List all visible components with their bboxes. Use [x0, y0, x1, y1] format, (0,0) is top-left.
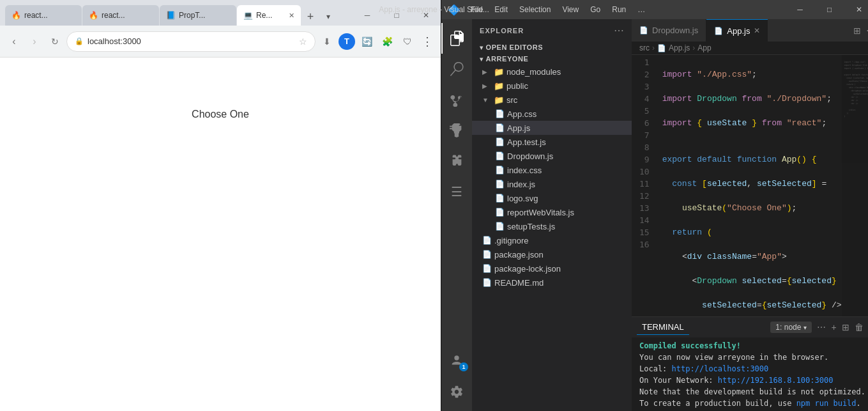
menu-go[interactable]: Go: [585, 4, 605, 15]
terminal-selector-label: 1: node: [775, 323, 801, 332]
activity-source-control[interactable]: [441, 84, 472, 115]
extension-icon[interactable]: 🧩: [378, 33, 396, 50]
reload-btn[interactable]: ↻: [46, 33, 64, 50]
terminal-selector[interactable]: 1: node ▾: [770, 322, 812, 333]
activity-explorer[interactable]: [441, 23, 472, 54]
account-badge: 1: [459, 362, 468, 371]
puzzle-icon[interactable]: 🛡: [399, 33, 416, 50]
tree-item-setup[interactable]: 📄 setupTests.js: [472, 219, 632, 233]
activity-panel[interactable]: ☰: [441, 176, 472, 207]
tree-item-report[interactable]: 📄 reportWebVitals.js: [472, 205, 632, 219]
activity-run-debug[interactable]: [441, 115, 472, 146]
sidebar-header: EXPLORER ⋯: [472, 19, 632, 42]
terminal-trash-btn[interactable]: 🗑: [855, 322, 864, 332]
editor-tabs: 📄 Dropdown.js 📄 App.js ✕ ⊞ ⋯: [632, 19, 868, 42]
activity-extensions[interactable]: [441, 146, 472, 176]
browser-tab-3[interactable]: 📘 PropT...: [160, 5, 236, 26]
menu-view[interactable]: View: [557, 4, 584, 15]
win-minimize-vscode[interactable]: ─: [786, 0, 815, 19]
tree-item-app-css[interactable]: 📄 App.css: [472, 107, 632, 121]
package-lock-label: package-lock.json: [494, 264, 561, 274]
activity-bar: ☰ 1: [441, 19, 472, 411]
browser-tab-4[interactable]: 💻 Re... ✕: [237, 5, 301, 26]
browser-window: 🔥 react... 🔥 react... 📘 PropT... 💻 Re...: [0, 0, 868, 411]
back-btn[interactable]: ‹: [5, 33, 23, 50]
download-icon[interactable]: ⬇: [318, 33, 336, 50]
menu-more[interactable]: …: [632, 4, 650, 15]
arreyone-section[interactable]: ▾ ARREYONE: [472, 53, 632, 65]
new-tab-btn[interactable]: +: [301, 8, 319, 26]
win-close-vscode[interactable]: ✕: [844, 0, 868, 19]
arreyone-label: ARREYONE: [486, 55, 529, 63]
star-icon[interactable]: ☆: [299, 36, 307, 47]
terminal-tab-active[interactable]: TERMINAL: [637, 320, 689, 335]
terminal-selector-chevron: ▾: [803, 324, 807, 331]
browser-tab-1[interactable]: 🔥 react...: [5, 5, 82, 26]
public-label: public: [506, 81, 528, 91]
line-numbers: 12345 678910 1112131415 16: [632, 55, 657, 316]
activity-settings[interactable]: [441, 376, 472, 407]
app-test-label: App.test.js: [507, 137, 546, 147]
src-label: src: [506, 95, 517, 105]
breadcrumb-appjs[interactable]: App.js: [669, 43, 690, 52]
forward-btn[interactable]: ›: [26, 33, 43, 50]
editor-tab-app[interactable]: 📄 App.js ✕: [706, 19, 768, 42]
sidebar-more-btn[interactable]: ⋯: [614, 24, 624, 36]
activity-search[interactable]: [441, 54, 472, 84]
tree-item-logo[interactable]: 📄 logo.svg: [472, 191, 632, 205]
menu-run[interactable]: Run: [607, 4, 631, 15]
tree-item-node-modules[interactable]: ▶ 📁 node_modules: [472, 65, 632, 79]
tree-item-gitignore[interactable]: 📄 .gitignore: [472, 233, 632, 247]
terminal-line-1: Compiled successfully!: [639, 340, 868, 352]
tree-item-app-test[interactable]: 📄 App.test.js: [472, 135, 632, 149]
terminal-line-6: On Your Network: http://192.168.8.100:30…: [639, 375, 868, 386]
profile-avatar[interactable]: T: [339, 33, 355, 50]
open-editors-section[interactable]: ▾ OPEN EDITORS: [472, 42, 632, 53]
app-tab-close[interactable]: ✕: [754, 26, 760, 35]
address-bar[interactable]: 🔒 ☆: [66, 31, 316, 52]
terminal-add-btn[interactable]: +: [831, 322, 836, 332]
code-editor[interactable]: 12345 678910 1112131415 16 import "./App…: [632, 55, 868, 316]
dropdown-label: Dropdown.js: [507, 151, 553, 161]
code-lines[interactable]: import "./App.css"; import Dropdown from…: [657, 55, 842, 316]
editor-tab-dropdown[interactable]: 📄 Dropdown.js: [632, 19, 706, 42]
menu-selection[interactable]: Selection: [514, 4, 556, 15]
terminal-content[interactable]: Compiled successfully! You can now view …: [632, 337, 868, 411]
tree-item-readme[interactable]: 📄 README.md: [472, 275, 632, 290]
tree-item-index-js[interactable]: 📄 index.js: [472, 177, 632, 191]
terminal-line-8: Note that the development build is not o…: [639, 386, 868, 398]
terminal-split-btn[interactable]: ⊞: [842, 322, 849, 332]
sync-icon[interactable]: 🔄: [358, 33, 376, 50]
tab-overflow-btn[interactable]: ▾: [319, 8, 337, 26]
tree-item-app-js[interactable]: 📄 App.js: [472, 121, 632, 135]
tab3-icon: 📘: [166, 11, 176, 20]
breadcrumb-src[interactable]: src: [639, 43, 650, 52]
breadcrumb-app[interactable]: App: [697, 43, 711, 52]
tree-item-dropdown[interactable]: 📄 Dropdown.js: [472, 149, 632, 163]
open-editors-chevron: ▾: [480, 44, 483, 51]
tree-item-src[interactable]: ▼ 📁 src: [472, 93, 632, 107]
address-input[interactable]: [88, 36, 295, 46]
split-editor-icon[interactable]: ⊞: [853, 26, 861, 36]
menu-icon[interactable]: ⋮: [419, 35, 436, 49]
menu-edit[interactable]: Edit: [489, 4, 513, 15]
editor-panel: 📄 Dropdown.js 📄 App.js ✕ ⊞ ⋯: [632, 19, 868, 411]
tree-item-package-lock[interactable]: 📄 package-lock.json: [472, 261, 632, 275]
win-minimize[interactable]: ─: [353, 5, 382, 26]
tab1-icon: 🔥: [11, 11, 21, 20]
activity-account[interactable]: 1: [441, 346, 472, 376]
dropdown-file-icon: 📄: [639, 26, 648, 35]
tree-item-index-css[interactable]: 📄 index.css: [472, 163, 632, 177]
index-js-label: index.js: [507, 180, 535, 189]
terminal-more-btn[interactable]: ⋯: [817, 322, 826, 332]
tree-item-public[interactable]: ▶ 📁 public: [472, 79, 632, 93]
breadcrumb-sep2: ›: [692, 43, 695, 52]
titlebar-title: App.js - arreyone - Visual Stud...: [379, 5, 489, 14]
win-restore-vscode[interactable]: □: [815, 0, 844, 19]
more-tabs-icon[interactable]: ⋯: [866, 26, 868, 36]
node-modules-label: node_modules: [506, 67, 561, 77]
terminal-actions: ⋯ + ⊞ 🗑 ∧: [812, 322, 868, 332]
tree-item-package[interactable]: 📄 package.json: [472, 247, 632, 261]
browser-tab-2[interactable]: 🔥 react...: [82, 5, 159, 26]
tab4-close[interactable]: ✕: [289, 12, 294, 20]
